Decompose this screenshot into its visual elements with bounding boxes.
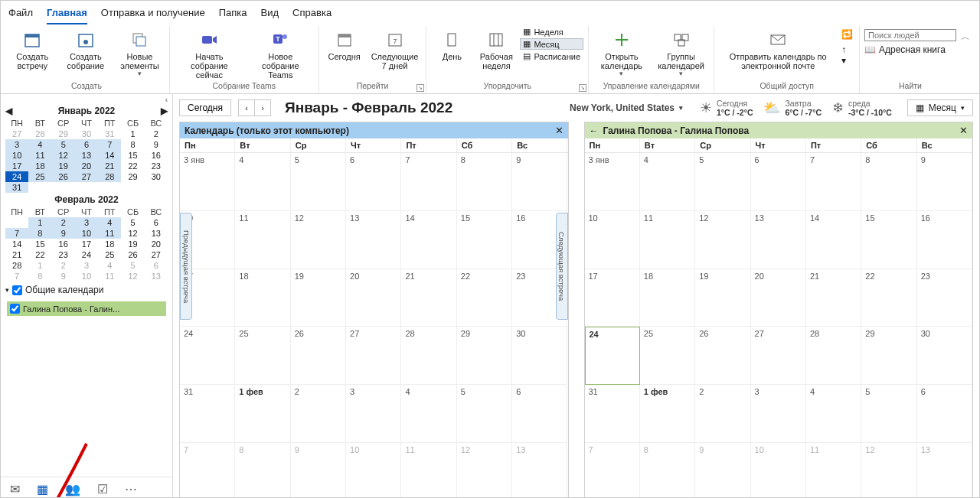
next-period-button[interactable]: ›	[254, 99, 271, 116]
new-appointment-button[interactable]: Создать встречу	[8, 26, 57, 70]
mini-day[interactable]: 4	[98, 217, 121, 228]
mini-day[interactable]: 25	[98, 249, 121, 260]
calendar-cell[interactable]: 29	[861, 327, 916, 385]
location-picker[interactable]: New York, United States▾	[570, 103, 683, 113]
mini-day[interactable]: 12	[121, 271, 144, 282]
mini-day[interactable]: 9	[52, 228, 75, 239]
publish-icon[interactable]: ↑ ▾	[841, 44, 853, 66]
calendar-cell[interactable]: 23	[917, 269, 972, 327]
day-view-button[interactable]: День	[431, 26, 472, 61]
menu-Главная[interactable]: Главная	[47, 4, 87, 24]
mini-day[interactable]: 25	[28, 171, 51, 182]
calendar-cell[interactable]: 10	[751, 443, 806, 498]
calendar-cell[interactable]: 21	[401, 269, 456, 327]
calendar-cell[interactable]: 30	[512, 327, 567, 385]
calendar-cell[interactable]: 11	[401, 443, 456, 498]
mini-day[interactable]: 16	[145, 150, 168, 161]
calendar-cell[interactable]: 12	[861, 443, 916, 498]
mini-day[interactable]: 15	[121, 150, 144, 161]
calendar-cell[interactable]: 5	[457, 385, 512, 443]
mail-nav-icon[interactable]: ✉	[10, 482, 20, 496]
mini-day[interactable]: 28	[5, 260, 28, 271]
mini-day[interactable]: 8	[28, 271, 51, 282]
mini-day[interactable]: 8	[121, 139, 144, 150]
calendar-cell[interactable]: 8	[861, 153, 916, 211]
mini-day[interactable]: 5	[121, 217, 144, 228]
mini-day[interactable]: 5	[52, 139, 75, 150]
mini-day[interactable]: 20	[75, 161, 98, 171]
calendar-cell[interactable]: 4	[235, 153, 290, 211]
ribbon-collapse-button[interactable]: ︿	[961, 26, 976, 93]
mini-day[interactable]: 2	[145, 129, 168, 139]
calendar-cell[interactable]: 30	[917, 327, 972, 385]
calendar-cell[interactable]: 12	[457, 443, 512, 498]
calendar-cell[interactable]: 24	[180, 327, 235, 385]
mini-day[interactable]: 3	[75, 260, 98, 271]
menu-Папка[interactable]: Папка	[219, 4, 247, 24]
calendar-cell[interactable]: 15	[861, 211, 916, 269]
menu-Отправка и получение[interactable]: Отправка и получение	[101, 4, 205, 24]
mini-day[interactable]: 13	[145, 271, 168, 282]
share-icon[interactable]: 🔁	[841, 29, 853, 40]
mini-day[interactable]: 6	[145, 260, 168, 271]
calendar-cell[interactable]: 26	[291, 327, 346, 385]
calendar-cell[interactable]: 19	[695, 269, 750, 327]
close-calendar-button[interactable]: ✕	[959, 125, 968, 136]
calendar-cell[interactable]: 3 янв	[585, 153, 640, 211]
calendar-cell[interactable]: 20	[346, 269, 401, 327]
new-teams-meeting-button[interactable]: TНовое собрание Teams	[247, 26, 314, 80]
dialog-launcher-icon[interactable]: ↘	[416, 84, 424, 92]
calendar-cell[interactable]: 10	[346, 443, 401, 498]
prev-appointment-handle[interactable]: Предыдущая встреча	[180, 213, 192, 320]
mini-day[interactable]: 27	[75, 171, 98, 182]
calendar-cell[interactable]: 10	[585, 211, 640, 269]
mini-day[interactable]: 9	[145, 139, 168, 150]
people-nav-icon[interactable]: 👥	[65, 482, 80, 496]
mini-day[interactable]: 14	[5, 239, 28, 249]
mini-day[interactable]: 2	[52, 217, 75, 228]
mini-day[interactable]: 1	[121, 129, 144, 139]
calendar-cell[interactable]: 28	[401, 327, 456, 385]
mini-day[interactable]: 8	[28, 228, 51, 239]
mini-day[interactable]: 21	[98, 161, 121, 171]
calendar-cell[interactable]: 6	[346, 153, 401, 211]
shared-group-checkbox[interactable]	[12, 285, 22, 295]
mini-day[interactable]: 7	[5, 228, 28, 239]
calendar-cell[interactable]: 25	[640, 327, 695, 385]
calendar-cell[interactable]: 31	[585, 385, 640, 443]
mini-day[interactable]: 27	[5, 129, 28, 139]
next-month-button[interactable]: ▶	[161, 106, 168, 116]
calendar-cell[interactable]: 6	[751, 153, 806, 211]
mini-day[interactable]: 28	[28, 129, 51, 139]
mini-day[interactable]: 11	[28, 150, 51, 161]
mini-day[interactable]: 23	[145, 161, 168, 171]
mini-day[interactable]: 15	[28, 239, 51, 249]
mini-day[interactable]: 11	[98, 228, 121, 239]
calendar-cell[interactable]: 20	[751, 269, 806, 327]
mini-day[interactable]: 1	[28, 260, 51, 271]
open-calendar-button[interactable]: Открыть календарь	[593, 26, 650, 78]
calendar-cell[interactable]: 27	[346, 327, 401, 385]
mini-day[interactable]: 4	[98, 260, 121, 271]
calendar-cell[interactable]: 24	[585, 327, 640, 385]
calendar-cell[interactable]: 6	[512, 385, 567, 443]
mini-day[interactable]: 22	[121, 161, 144, 171]
calendar-cell[interactable]: 21	[806, 269, 861, 327]
mini-day[interactable]: 1	[28, 217, 51, 228]
mini-day[interactable]: 7	[98, 139, 121, 150]
calendar-cell[interactable]: 31	[180, 385, 235, 443]
mini-day[interactable]: 6	[75, 139, 98, 150]
view-picker[interactable]: ▦Месяц▾	[907, 99, 973, 116]
calendar-cell[interactable]: 4	[640, 153, 695, 211]
mini-day[interactable]: 22	[28, 249, 51, 260]
calendar-cell[interactable]: 5	[861, 385, 916, 443]
dialog-launcher-icon[interactable]: ↘	[579, 84, 586, 92]
new-meeting-button[interactable]: Создать собрание	[60, 26, 113, 70]
calendar-cell[interactable]: 3	[751, 385, 806, 443]
calendar-cell[interactable]: 28	[806, 327, 861, 385]
calendar-groups-button[interactable]: Группы календарей	[653, 26, 710, 78]
calendar-cell[interactable]: 9	[512, 153, 567, 211]
mini-day[interactable]: 17	[75, 239, 98, 249]
calendar-cell[interactable]: 15	[457, 211, 512, 269]
calendar-cell[interactable]: 11	[806, 443, 861, 498]
